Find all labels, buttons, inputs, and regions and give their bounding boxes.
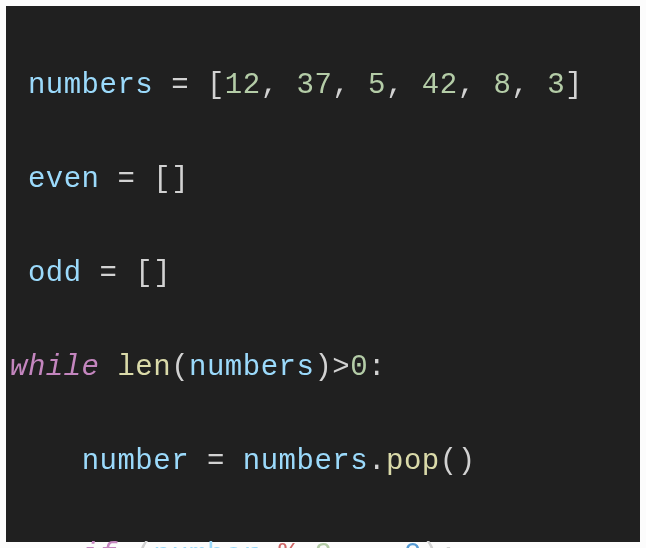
identifier-even: even <box>28 163 100 196</box>
operator-mod: % <box>279 539 297 548</box>
code-line-4: while len(numbers)>0: <box>10 345 640 392</box>
code-editor: numbers = [12, 37, 5, 42, 8, 3] even = [… <box>0 0 646 548</box>
identifier-odd: odd <box>28 257 82 290</box>
code-line-1: numbers = [12, 37, 5, 42, 8, 3] <box>10 63 640 110</box>
function-pop: pop <box>386 445 440 478</box>
operator-eqeq: == <box>350 539 386 548</box>
keyword-while: while <box>10 351 100 384</box>
code-line-6: if (number % 2 == 0): <box>10 533 640 548</box>
code-line-5: number = numbers.pop() <box>10 439 640 486</box>
identifier-numbers: numbers <box>28 69 153 102</box>
code-line-3: odd = [] <box>10 251 640 298</box>
identifier-number: number <box>82 445 189 478</box>
code-line-2: even = [] <box>10 157 640 204</box>
keyword-if: if <box>82 539 118 548</box>
function-len: len <box>117 351 171 384</box>
